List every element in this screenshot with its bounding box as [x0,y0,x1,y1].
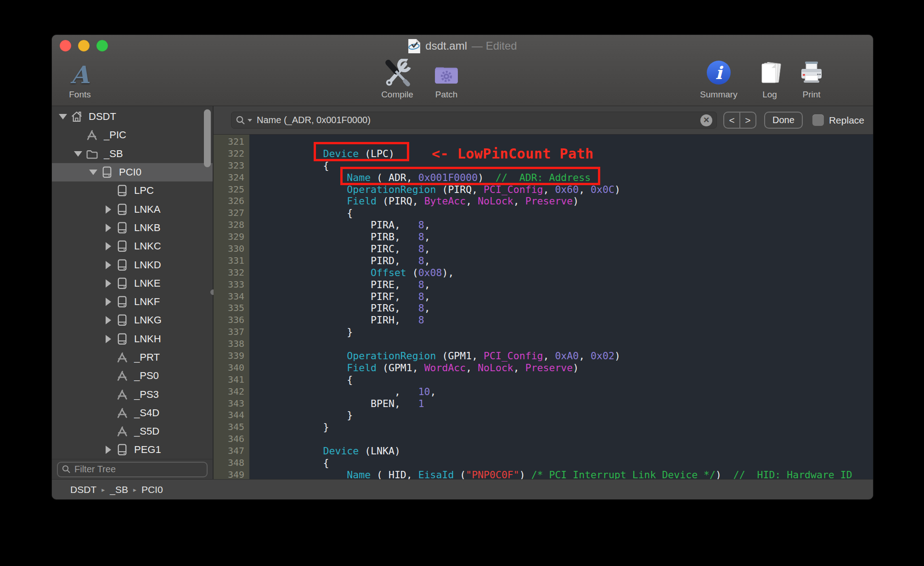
code-line: 327 { [214,207,873,219]
device-icon [116,277,129,290]
device-icon [101,166,113,179]
line-number: 336 [214,314,249,326]
code-text: PIRF, 8, [249,291,430,303]
tree-item-lnka[interactable]: LNKA [52,200,213,218]
code-line: 337 } [214,326,873,338]
code-text [249,433,276,445]
tree-item-label: PEG1 [134,444,161,456]
tree-item-lnkf[interactable]: LNKF [52,293,213,311]
tree-item-ps3[interactable]: _PS3 [52,385,213,403]
tree-item-label: LNKE [134,277,160,289]
filter-tree-field[interactable] [57,462,208,477]
tree-item-lnkh[interactable]: LNKH [52,330,213,348]
toolbar: A Fonts Compi [52,57,873,106]
code-line: 335 PIRG, 8, [214,302,873,314]
summary-button[interactable]: i Summary [694,59,744,100]
filter-tree-input[interactable] [74,464,203,475]
disclosure-triangle[interactable] [101,279,116,288]
code-text: PIRG, 8, [249,302,430,314]
code-text: PIRB, 8, [249,231,430,243]
code-text: } [249,326,353,338]
disclosure-triangle[interactable] [101,316,116,324]
tree-item-lnkb[interactable]: LNKB [52,219,213,237]
log-button[interactable]: Log [754,59,786,100]
patch-button[interactable]: Patch [426,59,467,100]
code-line: 328 PIRA, 8, [214,219,873,231]
disclosure-triangle[interactable] [101,335,116,343]
disclosure-triangle[interactable] [56,114,70,119]
line-number: 329 [214,231,249,243]
done-button[interactable]: Done [764,112,803,129]
disclosure-triangle[interactable] [101,298,116,306]
tree-item-sb[interactable]: _SB [52,145,213,163]
replace-checkbox[interactable] [812,114,824,126]
find-query-input[interactable] [257,115,699,125]
sidebar-scrollbar-thumb[interactable] [204,109,211,167]
code-line: 325 OperationRegion (PIRQ, PCI_Config, 0… [214,184,873,196]
line-number: 334 [214,291,249,303]
tree-item-s5d[interactable]: _S5D [52,422,213,441]
folder-icon [85,147,98,160]
tree-item-lpc[interactable]: LPC [52,181,213,200]
annotation-box-device-lpc [314,142,409,161]
code-text: Field (GPM1, WordAcc, NoLock, Preserve) [249,362,579,374]
disclosure-triangle[interactable] [86,170,101,175]
code-text: Name (_HID, EisaId ("PNP0C0F") /* PCI In… [249,469,852,479]
compile-button[interactable]: Compile [373,59,421,100]
disclosure-triangle[interactable] [101,224,116,232]
device-icon [116,295,129,308]
device-icon [116,240,129,253]
fonts-button[interactable]: A Fonts [60,59,100,100]
line-number: 341 [214,374,249,386]
code-text: PIRA, 8, [249,219,430,231]
code-line: 345 } [214,421,873,433]
code-line: 342 , 10, [214,386,873,398]
title-edited-state: — Edited [472,40,517,52]
disclosure-triangle[interactable] [101,205,116,214]
breadcrumb-item-sb[interactable]: _SB [110,484,128,495]
code-lines: 321322 Device (LPC)323 {324 Name (_ADR, … [214,136,873,479]
code-line: 331 PIRD, 8, [214,255,873,267]
line-number: 330 [214,243,249,255]
tree-item-prt[interactable]: _PRT [52,348,213,367]
method-icon [116,425,129,438]
code-editor[interactable]: 321322 Device (LPC)323 {324 Name (_ADR, … [214,135,873,479]
print-button[interactable]: Print [795,59,828,100]
tree-item-lnkd[interactable]: LNKD [52,255,213,274]
tree-item-pic[interactable]: _PIC [52,126,213,144]
code-line: 348 { [214,457,873,469]
tree-item-ps0[interactable]: _PS0 [52,367,213,385]
line-number: 327 [214,207,249,219]
find-field[interactable]: ✕ [231,112,717,129]
disclosure-triangle[interactable] [71,151,85,157]
code-text [249,338,276,350]
disclosure-triangle[interactable] [101,242,116,250]
search-menu-chevron-icon[interactable] [248,119,252,122]
tree-item-lnkc[interactable]: LNKC [52,237,213,255]
patch-folder-icon [433,60,460,88]
breadcrumb-separator-icon: ▸ [101,486,105,493]
disclosure-triangle[interactable] [101,261,116,269]
breadcrumb: DSDT▸_SB▸PCI0 [70,484,163,495]
tree-item-pci0[interactable]: PCI0 [52,163,213,181]
symbol-tree: DSDT_PIC_SBPCI0LPCLNKALNKBLNKCLNKDLNKELN… [52,106,213,459]
find-next-button[interactable]: > [739,113,755,128]
device-icon [116,221,129,234]
breadcrumb-item-dsdt[interactable]: DSDT [70,484,96,495]
disclosure-triangle[interactable] [101,446,116,454]
print-icon [798,60,825,88]
tree-item-dsdt[interactable]: DSDT [52,108,213,126]
tree-item-s4d[interactable]: _S4D [52,404,213,422]
tree-item-lnkg[interactable]: LNKG [52,311,213,329]
tree-item-peg1[interactable]: PEG1 [52,441,213,459]
line-number: 333 [214,279,249,291]
tree-item-label: LNKA [134,204,160,215]
find-previous-button[interactable]: < [724,113,739,128]
line-number: 342 [214,386,249,398]
clear-search-button[interactable]: ✕ [700,114,712,126]
device-icon [116,203,129,216]
tree-item-lnke[interactable]: LNKE [52,274,213,293]
fonts-icon: A [71,62,89,88]
code-text: OperationRegion (GPM1, PCI_Config, 0xA0,… [249,350,620,362]
breadcrumb-item-pci0[interactable]: PCI0 [141,484,163,495]
